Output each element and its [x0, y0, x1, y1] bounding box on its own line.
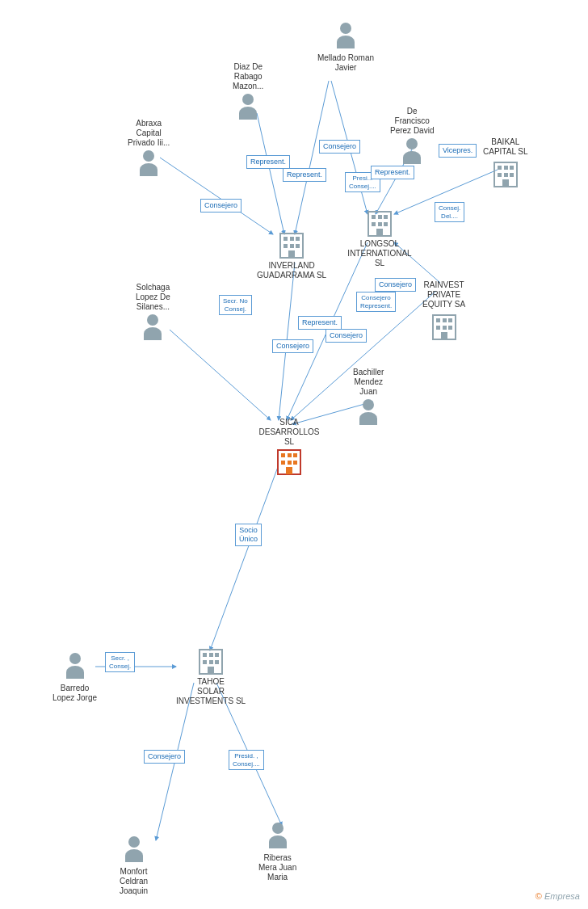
node-diaz: Diaz DeRabagoMazon... [233, 61, 263, 123]
badge-socio-unico[interactable]: SocioÚnico [235, 524, 262, 546]
svg-rect-39 [376, 229, 383, 236]
label-monfort: MonfortCeldranJoaquin [120, 867, 148, 896]
svg-rect-36 [372, 222, 376, 226]
label-riberas: RiberasMera JuanMaria [258, 853, 296, 882]
badge-consejero-1[interactable]: Consejero [319, 140, 360, 154]
person-icon-defrancisco [400, 138, 424, 167]
label-rainvest: RAINVESTPRIVATEEQUITY SA [422, 280, 465, 309]
label-tahoe: TAHOESOLARINVESTMENTS SL [176, 677, 246, 706]
svg-rect-18 [504, 166, 508, 170]
svg-rect-35 [384, 215, 388, 219]
badge-consejero-2[interactable]: Consejero [200, 199, 242, 213]
svg-rect-17 [498, 166, 502, 170]
svg-line-1 [295, 81, 329, 234]
node-baikal: BAIKALCAPITAL SL [483, 136, 528, 188]
node-tahoe: TAHOESOLARINVESTMENTS SL [176, 646, 246, 706]
svg-rect-59 [215, 653, 219, 657]
svg-rect-28 [284, 244, 288, 248]
node-defrancisco: DeFranciscoPerez David [390, 105, 434, 167]
svg-rect-57 [203, 653, 207, 657]
svg-rect-34 [378, 215, 382, 219]
building-icon-rainvest [430, 312, 459, 341]
node-solchaga: SolchagaLopez DeSilanes... [136, 281, 170, 343]
node-mellado: Mellado Roman Javier [309, 23, 382, 73]
svg-rect-31 [288, 250, 295, 258]
svg-rect-62 [215, 660, 219, 664]
svg-line-3 [160, 158, 273, 234]
building-icon-longsol [365, 208, 394, 238]
svg-rect-21 [504, 173, 508, 177]
badge-represent-4[interactable]: Represent. [298, 316, 342, 330]
building-icon-inverland [277, 230, 306, 259]
building-icon-tahoe [196, 646, 225, 675]
svg-rect-58 [209, 653, 213, 657]
person-icon-monfort [122, 836, 146, 865]
svg-rect-27 [296, 237, 300, 241]
watermark: © Empresa [536, 891, 580, 901]
svg-rect-55 [286, 467, 292, 474]
badge-consejero-3[interactable]: Consejero [375, 278, 416, 292]
svg-rect-37 [378, 222, 382, 226]
building-icon-baikal [491, 159, 520, 188]
node-sica: SICADESARROLLOS SL [253, 416, 326, 476]
svg-rect-63 [208, 667, 214, 674]
person-icon-solchaga [141, 314, 165, 343]
svg-rect-42 [443, 318, 447, 322]
label-barredo: BarredoLopez Jorge [52, 684, 97, 703]
badge-consejero-5[interactable]: Consejero [272, 339, 313, 353]
svg-line-12 [210, 467, 278, 650]
label-bachiller: BachillerMendezJuan [353, 368, 384, 397]
node-bachiller: BachillerMendezJuan [353, 366, 384, 428]
badge-consejero-4[interactable]: Consejero [326, 329, 367, 343]
svg-rect-20 [498, 173, 502, 177]
badge-represent-1[interactable]: Represent. [246, 155, 290, 169]
badge-secr-no-consej[interactable]: Secr. NoConsej. [219, 295, 252, 315]
badge-secr-consej[interactable]: Secr. ,Consej. [105, 652, 135, 672]
badge-represent-2[interactable]: Represent. [283, 168, 326, 182]
person-icon-mellado [334, 23, 358, 52]
svg-rect-45 [443, 326, 447, 330]
badge-consejero-6[interactable]: Consejero [144, 750, 185, 764]
svg-rect-25 [284, 237, 288, 241]
label-abraxa: AbraxaCapitalPrivado Iii... [128, 119, 170, 148]
svg-rect-47 [441, 332, 447, 339]
node-monfort: MonfortCeldranJoaquin [120, 836, 148, 896]
building-icon-sica [275, 447, 304, 476]
svg-rect-38 [384, 222, 388, 226]
node-rainvest: RAINVESTPRIVATEEQUITY SA [422, 279, 465, 341]
svg-line-10 [170, 330, 271, 420]
badge-consej-del[interactable]: Consej.Del.... [435, 202, 464, 222]
person-icon-abraxa [136, 150, 161, 179]
svg-rect-30 [296, 244, 300, 248]
svg-rect-43 [448, 318, 452, 322]
svg-rect-26 [290, 237, 294, 241]
diagram-container: Mellado Roman Javier Diaz DeRabagoMazon.… [0, 0, 588, 909]
person-icon-barredo [63, 653, 87, 682]
label-baikal: BAIKALCAPITAL SL [483, 137, 528, 157]
svg-rect-44 [436, 326, 440, 330]
svg-rect-49 [281, 453, 285, 457]
label-sica-top: SICADESARROLLOS SL [253, 418, 326, 447]
svg-rect-60 [203, 660, 207, 664]
svg-line-2 [257, 113, 284, 234]
label-solchaga: SolchagaLopez DeSilanes... [136, 283, 170, 312]
svg-rect-61 [209, 660, 213, 664]
svg-rect-51 [293, 453, 297, 457]
label-mellado: Mellado Roman Javier [309, 53, 382, 73]
svg-rect-54 [293, 461, 297, 465]
badge-represent-3[interactable]: Represent. [371, 166, 414, 179]
node-longsol: LONGSOLINTERNATIONAL SL [343, 208, 416, 268]
person-icon-riberas [266, 823, 290, 852]
badge-consejero-represent[interactable]: ConsejeroRepresent. [356, 292, 396, 312]
badge-vicepres[interactable]: Vicepres. [439, 144, 477, 158]
node-riberas: RiberasMera JuanMaria [258, 823, 296, 882]
svg-rect-41 [436, 318, 440, 322]
person-icon-bachiller [356, 399, 380, 428]
badge-presid-consej[interactable]: Presid. ,Consej.... [229, 750, 264, 770]
svg-rect-50 [288, 453, 292, 457]
label-defrancisco: DeFranciscoPerez David [390, 107, 434, 136]
svg-rect-52 [281, 461, 285, 465]
svg-rect-33 [372, 215, 376, 219]
node-abraxa: AbraxaCapitalPrivado Iii... [128, 117, 170, 179]
label-inverland: INVERLANDGUADARRAMA SL [257, 261, 326, 280]
